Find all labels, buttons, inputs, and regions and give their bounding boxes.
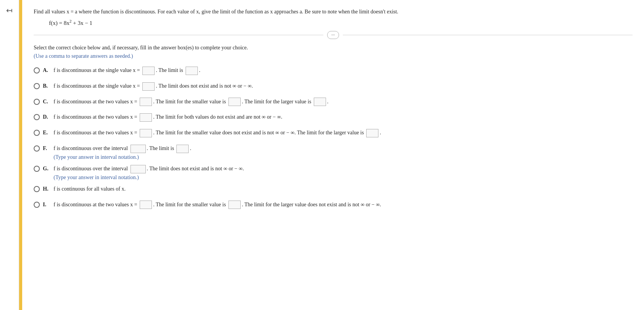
divider-line-left — [34, 35, 323, 35]
divider-dots[interactable]: ··· — [327, 31, 339, 39]
input-c3[interactable] — [314, 98, 326, 106]
option-content-f: f is discontinuous over the interval . T… — [54, 144, 191, 162]
option-text-a: f is discontinuous at the single value x… — [54, 66, 633, 75]
option-row-g: G. f is discontinuous over the interval … — [34, 165, 633, 182]
input-f1[interactable] — [130, 145, 146, 153]
option-label-i: I. — [43, 201, 51, 209]
formula: f(x) = 8x2 + 3x − 1 — [49, 19, 633, 26]
main-content: Find all values x = a where the function… — [22, 0, 644, 310]
radio-e[interactable] — [34, 130, 40, 136]
left-sidebar: ↤ — [0, 0, 19, 310]
radio-f[interactable] — [34, 145, 40, 152]
option-label-a: A. — [43, 66, 51, 75]
radio-h[interactable] — [34, 186, 40, 192]
instruction-main: Select the correct choice below and, if … — [34, 44, 633, 52]
option-label-d: D. — [43, 113, 51, 121]
option-hint-g: (Type your answer in interval notation.) — [54, 173, 244, 182]
input-b1[interactable] — [142, 82, 155, 91]
input-f2[interactable] — [176, 145, 189, 153]
option-label-b: B. — [43, 82, 51, 90]
back-icon[interactable]: ↤ — [6, 6, 13, 15]
option-text-b: f is discontinuous at the single value x… — [54, 82, 633, 91]
option-row-b: B. f is discontinuous at the single valu… — [34, 82, 633, 91]
option-text-g: f is discontinuous over the interval . T… — [54, 165, 244, 173]
option-row-c: C. f is discontinuous at the two values … — [34, 98, 633, 106]
option-hint-f: (Type your answer in interval notation.) — [54, 153, 191, 162]
option-row-h: H. f is continuous for all values of x. — [34, 185, 633, 193]
option-text-h: f is continuous for all values of x. — [54, 185, 633, 193]
radio-c[interactable] — [34, 99, 40, 105]
input-a1[interactable] — [142, 67, 155, 75]
option-text-e: f is discontinuous at the two values x =… — [54, 129, 633, 137]
input-i1[interactable] — [140, 201, 152, 209]
option-label-h: H. — [43, 185, 51, 193]
option-text-d: f is discontinuous at the two values x =… — [54, 113, 633, 122]
option-row-a: A. f is discontinuous at the single valu… — [34, 66, 633, 75]
input-a2[interactable] — [186, 67, 198, 75]
radio-b[interactable] — [34, 83, 40, 89]
option-row-i: I. f is discontinuous at the two values … — [34, 201, 633, 209]
input-d1[interactable] — [140, 113, 152, 122]
option-text-f: f is discontinuous over the interval . T… — [54, 144, 191, 153]
radio-d[interactable] — [34, 114, 40, 120]
radio-g[interactable] — [34, 166, 40, 172]
instruction-hint: (Use a comma to separate answers as need… — [34, 53, 633, 59]
divider: ··· — [34, 31, 633, 39]
question-text: Find all values x = a where the function… — [34, 8, 633, 16]
option-content-g: f is discontinuous over the interval . T… — [54, 165, 244, 182]
radio-a[interactable] — [34, 67, 40, 73]
option-text-c: f is discontinuous at the two values x =… — [54, 98, 633, 106]
option-row-d: D. f is discontinuous at the two values … — [34, 113, 633, 122]
option-label-e: E. — [43, 129, 51, 137]
option-label-f: F. — [43, 144, 51, 153]
input-c1[interactable] — [140, 98, 152, 106]
option-text-i: f is discontinuous at the two values x =… — [54, 201, 633, 209]
yellow-accent-bar — [19, 0, 22, 310]
input-c2[interactable] — [228, 98, 241, 106]
option-row-e: E. f is discontinuous at the two values … — [34, 129, 633, 137]
option-label-c: C. — [43, 98, 51, 106]
radio-i[interactable] — [34, 202, 40, 208]
input-g1[interactable] — [130, 165, 146, 173]
input-e1[interactable] — [140, 129, 152, 137]
divider-line-right — [343, 35, 633, 35]
input-i2[interactable] — [228, 201, 241, 209]
input-e2[interactable] — [366, 129, 378, 137]
option-row-f: F. f is discontinuous over the interval … — [34, 144, 633, 162]
option-label-g: G. — [43, 165, 51, 173]
